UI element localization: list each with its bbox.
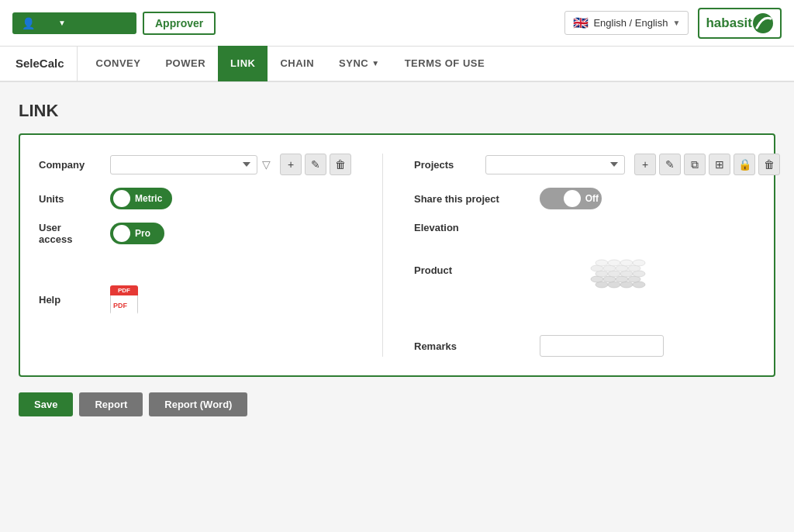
save-button[interactable]: Save — [19, 392, 73, 416]
pro-toggle-circle — [113, 225, 130, 242]
project-delete-button[interactable]: 🗑 — [758, 154, 780, 175]
units-toggle-circle — [113, 190, 130, 207]
nav-item-power[interactable]: POWER — [153, 46, 218, 81]
svg-point-21 — [620, 260, 633, 266]
sync-dropdown-arrow-icon: ▼ — [371, 46, 379, 81]
header: 👤 ▼ Approver 🇬🇧 English / English ▼ haba… — [0, 0, 794, 47]
svg-point-19 — [596, 260, 608, 266]
nav-item-sync[interactable]: SYNC ▼ — [326, 46, 392, 81]
pdf-icon-top: PDF — [110, 285, 138, 295]
lang-dropdown-arrow-icon: ▼ — [673, 19, 681, 27]
pdf-icon[interactable]: PDF PDF — [110, 285, 138, 314]
project-add-button[interactable]: + — [634, 154, 656, 175]
language-label: English / English — [593, 17, 668, 29]
user-access-toggle[interactable]: Pro — [110, 223, 164, 244]
units-row: Units Metric — [39, 188, 351, 209]
main-content: LINK Company ▽ + ✎ 🗑 — [0, 82, 794, 435]
company-delete-button[interactable]: 🗑 — [330, 154, 351, 175]
product-label: Product — [414, 264, 530, 276]
report-word-button[interactable]: Report (Word) — [149, 392, 247, 416]
company-edit-button[interactable]: ✎ — [305, 154, 326, 175]
help-row: Help PDF PDF — [39, 285, 351, 314]
flag-icon: 🇬🇧 — [573, 16, 589, 30]
user-icon: 👤 — [22, 17, 35, 29]
habasit-logo-swoosh — [752, 12, 774, 34]
svg-point-0 — [753, 13, 773, 33]
svg-point-20 — [608, 260, 620, 266]
elevation-label: Elevation — [414, 222, 530, 233]
units-toggle[interactable]: Metric — [110, 188, 172, 209]
company-add-button[interactable]: + — [280, 154, 302, 175]
spacer — [39, 257, 351, 273]
language-selector[interactable]: 🇬🇧 English / English ▼ — [564, 11, 689, 35]
nav-brand: SeleCalc — [12, 46, 78, 81]
help-label: Help — [39, 294, 101, 306]
bottom-actions: Save Report Report (Word) — [19, 392, 775, 416]
pdf-icon-body: PDF — [110, 295, 138, 314]
svg-text:PDF: PDF — [113, 302, 128, 309]
logo-text: habasit — [706, 15, 752, 31]
projects-select[interactable] — [485, 155, 625, 174]
nav-item-chain[interactable]: CHAIN — [268, 46, 326, 81]
share-toggle-label: Off — [585, 193, 599, 204]
project-copy-button[interactable]: ⧉ — [684, 154, 706, 175]
user-dropdown[interactable]: 👤 ▼ — [12, 12, 136, 34]
nav-item-terms[interactable]: TERMS OF USE — [392, 46, 498, 81]
company-select[interactable] — [110, 155, 257, 174]
projects-row: Projects + ✎ ⧉ ⊞ 🔒 🗑 — [414, 154, 780, 175]
approver-button[interactable]: Approver — [143, 12, 216, 35]
left-column: Company ▽ + ✎ 🗑 Units — [39, 154, 351, 357]
project-edit-button[interactable]: ✎ — [659, 154, 681, 175]
header-left: 👤 ▼ Approver — [12, 12, 216, 35]
navigation: SeleCalc CONVEY POWER LINK CHAIN SYNC ▼ … — [0, 47, 794, 82]
company-row: Company ▽ + ✎ 🗑 — [39, 154, 351, 175]
product-row: Product — [414, 246, 780, 295]
product-mesh-image — [586, 246, 648, 295]
company-actions: + ✎ 🗑 — [280, 154, 351, 175]
share-row: Share this project Off — [414, 188, 780, 209]
company-label: Company — [39, 159, 101, 171]
project-lock-button[interactable]: 🔒 — [734, 154, 755, 175]
logo: habasit — [698, 8, 782, 39]
header-right: 🇬🇧 English / English ▼ habasit — [564, 8, 782, 39]
share-toggle-circle — [564, 190, 581, 207]
svg-point-22 — [633, 260, 645, 266]
company-select-wrapper: ▽ — [110, 155, 271, 174]
units-label: Units — [39, 193, 101, 205]
share-toggle[interactable]: Off — [540, 188, 602, 209]
units-toggle-label: Metric — [135, 193, 162, 204]
projects-label: Projects — [414, 159, 476, 171]
remarks-input[interactable] — [540, 335, 664, 357]
pro-toggle-label: Pro — [135, 228, 150, 239]
user-access-row: Useraccess Pro — [39, 222, 351, 245]
projects-actions: + ✎ ⧉ ⊞ 🔒 🗑 — [634, 154, 780, 175]
nav-item-link[interactable]: LINK — [218, 46, 268, 81]
link-card: Company ▽ + ✎ 🗑 Units — [19, 133, 775, 377]
user-access-label: Useraccess — [39, 222, 101, 245]
right-column: Projects + ✎ ⧉ ⊞ 🔒 🗑 — [382, 154, 780, 357]
filter-icon: ▽ — [262, 158, 271, 171]
dropdown-arrow-icon: ▼ — [58, 19, 66, 27]
page-title: LINK — [19, 101, 775, 121]
right-col-inner: Projects + ✎ ⧉ ⊞ 🔒 🗑 — [414, 154, 780, 357]
remarks-label: Remarks — [414, 340, 530, 352]
report-button[interactable]: Report — [79, 392, 143, 416]
project-paste-button[interactable]: ⊞ — [709, 154, 730, 175]
share-label: Share this project — [414, 193, 530, 205]
elevation-row: Elevation — [414, 222, 780, 233]
right-spacer — [414, 307, 780, 323]
nav-item-convey[interactable]: CONVEY — [84, 46, 154, 81]
remarks-row: Remarks — [414, 335, 780, 357]
